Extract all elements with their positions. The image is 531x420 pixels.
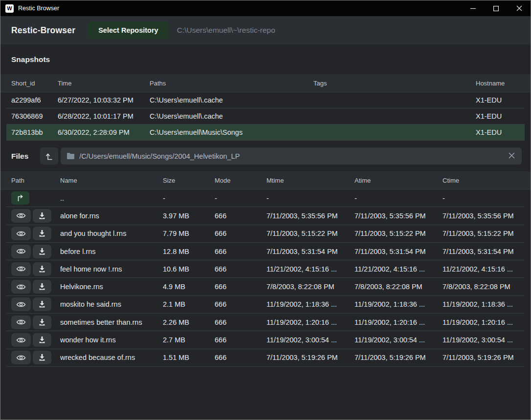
app-window: W Restic Browser Restic-Browser Select R… xyxy=(0,0,531,420)
file-mtime: 11/19/2002, 3:00:54 ... xyxy=(266,336,354,344)
file-atime: 11/19/2002, 1:20:16 ... xyxy=(354,318,442,326)
file-size: 1.51 MB xyxy=(163,354,215,361)
column-header-mode: Mode xyxy=(215,177,266,184)
files-heading: Files xyxy=(11,152,28,161)
download-icon xyxy=(38,212,46,220)
snapshot-short-id: 76306869 xyxy=(11,112,58,120)
file-row[interactable]: feel home now !.rns 10.6 MB 666 11/21/20… xyxy=(6,260,525,278)
preview-file-button[interactable] xyxy=(11,245,31,258)
snapshot-hostname: X1-EDU xyxy=(476,128,525,136)
file-row[interactable]: and you thought l.rns 7.79 MB 666 7/11/2… xyxy=(6,225,525,243)
download-file-button[interactable] xyxy=(33,315,51,329)
file-mode: 666 xyxy=(215,283,266,291)
file-mode: 666 xyxy=(215,318,266,326)
snapshot-short-id: 72b813bb xyxy=(11,128,58,136)
snapshot-row[interactable]: a2299af6 6/27/2022, 10:03:32 PM C:\Users… xyxy=(6,92,525,108)
file-mode: 666 xyxy=(215,230,266,237)
preview-file-button[interactable] xyxy=(11,315,31,329)
snapshot-row[interactable]: 72b813bb 6/30/2022, 2:28:09 PM C:\Users\… xyxy=(6,125,525,141)
file-mtime: 7/11/2003, 5:35:56 PM xyxy=(266,212,354,220)
snapshot-paths: C:\Users\emuell\.cache xyxy=(150,96,313,104)
file-mode: 666 xyxy=(215,248,266,255)
close-button[interactable] xyxy=(508,0,531,16)
file-mtime: - xyxy=(266,194,354,202)
preview-file-button[interactable] xyxy=(11,333,31,347)
eye-icon xyxy=(16,336,26,344)
files-table-header: Path Name Size Mode Mtime Atime Ctime xyxy=(0,171,531,189)
file-mode: 666 xyxy=(215,265,266,273)
eye-icon xyxy=(16,354,26,361)
file-name: feel home now !.rns xyxy=(60,265,163,273)
file-name: .. xyxy=(60,194,163,202)
go-up-level-button[interactable] xyxy=(40,147,58,165)
download-file-button[interactable] xyxy=(33,351,51,364)
file-ctime: 7/11/2003, 5:35:56 PM xyxy=(442,212,525,220)
file-row[interactable]: Helvikone.rns 4.9 MB 666 7/8/2003, 8:22:… xyxy=(6,278,525,295)
eye-icon xyxy=(16,301,26,308)
file-mode: - xyxy=(215,194,266,202)
maximize-button[interactable] xyxy=(485,0,508,16)
preview-file-button[interactable] xyxy=(11,297,31,311)
snapshots-heading: Snapshots xyxy=(11,55,50,64)
close-icon xyxy=(516,5,522,11)
download-file-button[interactable] xyxy=(33,227,51,240)
file-row[interactable]: moskito he said.rns 2.1 MB 666 11/19/200… xyxy=(6,296,525,314)
preview-file-button[interactable] xyxy=(11,262,31,276)
current-path-bar[interactable]: /C/Users/emuell/Music/Songs/2004_Helveti… xyxy=(61,147,522,165)
file-size: - xyxy=(163,194,215,202)
file-row[interactable]: wonder how it.rns 2.7 MB 666 11/19/2002,… xyxy=(6,331,525,349)
snapshot-hostname: X1-EDU xyxy=(476,96,525,104)
snapshots-section-header: Snapshots xyxy=(0,44,531,74)
snapshot-row[interactable]: 76306869 6/28/2022, 10:01:17 PM C:\Users… xyxy=(6,108,525,125)
select-repository-button[interactable]: Select Repository xyxy=(88,21,169,39)
file-row[interactable]: sometimes better than.rns 2.26 MB 666 11… xyxy=(6,314,525,331)
parent-directory-icon xyxy=(16,194,24,202)
file-ctime: 7/11/2003, 5:31:54 PM xyxy=(442,248,525,255)
file-mtime: 7/11/2003, 5:15:22 PM xyxy=(266,230,354,237)
clear-path-button[interactable] xyxy=(508,152,516,160)
file-atime: 7/11/2003, 5:19:26 PM xyxy=(354,354,442,361)
snapshots-table-header: Short_id Time Paths Tags Hostname xyxy=(0,74,531,92)
preview-file-button[interactable] xyxy=(11,280,31,294)
file-atime: 11/19/2002, 1:18:36 ... xyxy=(354,300,442,308)
repository-path: C:\Users\emuell\~\restic-repo xyxy=(177,26,275,35)
download-file-button[interactable] xyxy=(33,209,51,223)
download-file-button[interactable] xyxy=(33,333,51,347)
snapshots-table-body: a2299af6 6/27/2022, 10:03:32 PM C:\Users… xyxy=(6,92,525,141)
file-name: sometimes better than.rns xyxy=(60,318,163,326)
file-mode: 666 xyxy=(215,300,266,308)
file-atime: 11/19/2002, 3:00:54 ... xyxy=(354,336,442,344)
file-name: wrecked because of.rns xyxy=(60,354,163,361)
file-ctime: 7/11/2003, 5:15:22 PM xyxy=(442,230,525,237)
file-mtime: 7/11/2003, 5:31:54 PM xyxy=(266,248,354,255)
file-row[interactable]: wrecked because of.rns 1.51 MB 666 7/11/… xyxy=(6,349,525,367)
column-header-short-id: Short_id xyxy=(11,80,58,87)
download-file-button[interactable] xyxy=(33,262,51,276)
preview-file-button[interactable] xyxy=(11,351,31,364)
maximize-icon xyxy=(494,6,499,11)
window-title: Restic Browser xyxy=(18,5,59,12)
file-atime: 7/8/2003, 8:22:08 PM xyxy=(354,283,442,291)
eye-icon xyxy=(16,230,26,237)
preview-file-button[interactable] xyxy=(11,209,31,223)
go-to-parent-button[interactable] xyxy=(11,191,29,205)
snapshot-hostname: X1-EDU xyxy=(476,112,525,120)
file-mtime: 7/8/2003, 8:22:08 PM xyxy=(266,283,354,291)
eye-icon xyxy=(16,283,26,291)
download-file-button[interactable] xyxy=(33,280,51,294)
file-ctime: 11/19/2002, 3:00:54 ... xyxy=(442,336,525,344)
snapshot-short-id: a2299af6 xyxy=(11,96,58,104)
download-file-button[interactable] xyxy=(33,297,51,311)
preview-file-button[interactable] xyxy=(11,227,31,240)
snapshot-paths: C:\Users\emuell\Music\Songs xyxy=(150,128,313,136)
file-row[interactable]: before l.rns 12.8 MB 666 7/11/2003, 5:31… xyxy=(6,243,525,260)
download-file-button[interactable] xyxy=(33,245,51,258)
parent-directory-row[interactable]: .. - - - - - xyxy=(6,189,525,207)
file-size: 4.9 MB xyxy=(163,283,215,291)
file-ctime: 7/11/2003, 5:19:26 PM xyxy=(442,354,525,361)
file-row[interactable]: alone for.rns 3.97 MB 666 7/11/2003, 5:3… xyxy=(6,207,525,225)
up-level-icon xyxy=(45,152,54,161)
column-header-time: Time xyxy=(58,80,150,87)
minimize-button[interactable] xyxy=(462,0,485,16)
file-size: 2.7 MB xyxy=(163,336,215,344)
